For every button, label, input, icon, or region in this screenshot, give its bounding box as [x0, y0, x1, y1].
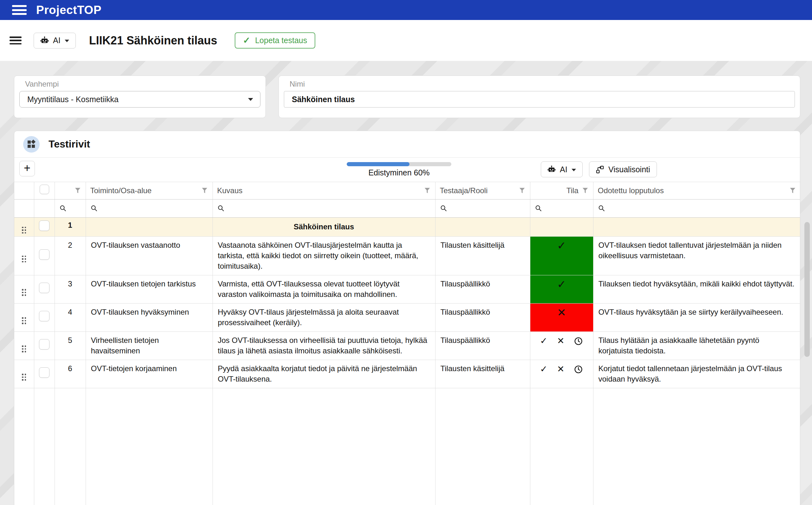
drag-handle-icon[interactable] — [22, 317, 26, 324]
toiminto-cell[interactable] — [85, 217, 212, 236]
column-header-toiminto: Toiminto/Osa-alue — [85, 182, 212, 199]
odotettu-cell[interactable]: Tilaus hylätään ja asiakkaalle lähetetää… — [593, 331, 800, 360]
filter-icon[interactable] — [582, 187, 589, 194]
content-area: Vanhempi Myyntitilaus - Kosmetiikka Nimi… — [0, 61, 812, 505]
visualize-button[interactable]: Visualisointi — [589, 161, 657, 177]
search-cell-odotettu[interactable] — [593, 199, 800, 217]
testaaja-cell[interactable]: Tilauspäällikkö — [435, 275, 530, 303]
page-title: LIIK21 Sähköinen tilaus — [89, 34, 217, 47]
table-row: 6OVT-tietojen korjaaminenPyydä asiakkaal… — [14, 360, 800, 388]
filter-icon[interactable] — [424, 187, 431, 194]
test-rows-table: Toiminto/Osa-alue Kuvaus — [14, 182, 800, 505]
search-cell-testaaja[interactable] — [435, 199, 530, 217]
toiminto-cell[interactable]: OVT-tietojen korjaaminen — [85, 360, 212, 388]
search-cell-number[interactable] — [54, 199, 85, 217]
drag-handle-icon[interactable] — [22, 374, 26, 381]
filter-icon[interactable] — [74, 187, 81, 194]
checkbox-cell — [34, 236, 54, 275]
testaaja-cell[interactable]: Tilausten käsittelijä — [435, 360, 530, 388]
app-menu-icon[interactable] — [12, 5, 27, 15]
odotettu-cell[interactable]: OVT-tilauksen tiedot tallentuvat järjest… — [593, 236, 800, 275]
odotettu-cell[interactable]: Korjatut tiedot tallennetaan järjestelmä… — [593, 360, 800, 388]
status-cell[interactable]: ✓ — [530, 236, 593, 275]
page-scrollbar[interactable] — [804, 222, 810, 357]
search-icon — [598, 205, 605, 212]
empty-cell — [54, 388, 85, 505]
toiminto-cell[interactable]: OVT-tilauksen vastaanotto — [85, 236, 212, 275]
testaaja-cell[interactable]: Tilauspäällikkö — [435, 303, 530, 331]
search-cell-tila[interactable] — [530, 199, 593, 217]
add-row-button[interactable]: + — [19, 161, 35, 176]
odotettu-cell[interactable]: OVT-tilaus hyväksytään ja se siirtyy ker… — [593, 303, 800, 331]
toiminto-cell[interactable]: OVT-tilauksen hyväksyminen — [85, 303, 212, 331]
number-column-header — [54, 182, 85, 199]
status-cell[interactable]: ✓✕ — [530, 360, 593, 388]
toolbar-menu-icon[interactable] — [9, 36, 22, 44]
empty-cell — [435, 388, 530, 505]
filter-icon[interactable] — [201, 187, 208, 194]
name-input-value: Sähköinen tilaus — [292, 95, 355, 104]
kuvaus-cell[interactable]: Pyydä asiakkaalta korjatut tiedot ja päi… — [212, 360, 435, 388]
testirivit-card: Testirivit + Edistyminen 60% — [14, 131, 800, 505]
section-title: Testirivit — [48, 138, 90, 150]
cross-icon[interactable]: ✕ — [557, 337, 564, 345]
stop-testing-button[interactable]: ✓ Lopeta testaus — [235, 32, 315, 48]
row-checkbox[interactable] — [39, 367, 49, 378]
toiminto-cell[interactable]: OVT-tilauksen tietojen tarkistus — [85, 275, 212, 303]
kuvaus-cell[interactable]: Varmista, että OVT-tilauksessa olevat tu… — [212, 275, 435, 303]
check-icon: ✓ — [530, 237, 593, 251]
name-input[interactable]: Sähköinen tilaus — [284, 91, 795, 108]
toiminto-cell[interactable]: Virheellisten tietojen havaitseminen — [85, 331, 212, 360]
row-checkbox[interactable] — [39, 339, 49, 350]
select-all-checkbox[interactable] — [40, 185, 49, 194]
row-number-cell: 3 — [54, 275, 85, 303]
drag-handle-icon[interactable] — [22, 256, 26, 263]
page: ProjectTOP AI LIIK21 Sähköinen tilaus ✓ … — [0, 0, 812, 505]
empty-cell — [530, 388, 593, 505]
status-cell[interactable]: ✕ — [530, 303, 593, 331]
empty-cell — [212, 388, 435, 505]
clock-icon[interactable] — [574, 337, 583, 346]
kuvaus-cell[interactable]: Jos OVT-tilauksessa on virheellisiä tai … — [212, 331, 435, 360]
row-checkbox[interactable] — [39, 311, 49, 321]
chevron-down-icon — [572, 169, 576, 171]
status-cell[interactable]: ✓ — [530, 275, 593, 303]
ai-dropdown-button[interactable]: AI — [34, 33, 76, 48]
odotettu-cell[interactable] — [593, 217, 800, 236]
status-actions: ✓✕ — [530, 360, 593, 374]
testaaja-cell[interactable]: Tilausten käsittelijä — [435, 236, 530, 275]
clock-icon[interactable] — [574, 365, 583, 374]
search-cell-toiminto[interactable] — [85, 199, 212, 217]
row-checkbox[interactable] — [39, 220, 49, 231]
row-checkbox[interactable] — [39, 249, 49, 260]
kuvaus-cell[interactable]: Sähköinen tilaus — [212, 217, 435, 236]
row-checkbox[interactable] — [39, 283, 49, 293]
parent-select[interactable]: Myyntitilaus - Kosmetiikka — [19, 91, 260, 108]
drag-cell — [14, 236, 34, 275]
drag-handle-icon[interactable] — [22, 227, 26, 234]
filter-icon[interactable] — [519, 187, 526, 194]
check-icon[interactable]: ✓ — [540, 337, 548, 345]
check-icon[interactable]: ✓ — [540, 365, 548, 374]
drag-handle-icon[interactable] — [22, 289, 26, 296]
chevron-down-icon — [248, 98, 253, 101]
column-header-tila: Tila — [530, 182, 593, 199]
testaaja-cell[interactable] — [435, 217, 530, 236]
search-cell-kuvaus[interactable] — [212, 199, 435, 217]
app-header: ProjectTOP — [0, 0, 812, 20]
status-cell[interactable] — [530, 217, 593, 236]
testaaja-cell[interactable]: Tilauspäällikkö — [435, 331, 530, 360]
table-row: 1Sähköinen tilaus — [14, 217, 800, 236]
empty-cell — [593, 388, 800, 505]
kuvaus-cell[interactable]: Hyväksy OVT-tilaus järjestelmässä ja alo… — [212, 303, 435, 331]
odotettu-cell[interactable]: Tilauksen tiedot hyväksytään, mikäli kai… — [593, 275, 800, 303]
empty-cell — [85, 388, 212, 505]
cross-icon[interactable]: ✕ — [557, 365, 564, 374]
drag-handle-icon[interactable] — [22, 345, 26, 352]
table-ai-dropdown-button[interactable]: AI — [541, 161, 583, 177]
parent-field-card: Vanhempi Myyntitilaus - Kosmetiikka — [14, 75, 266, 118]
drag-cell — [14, 360, 34, 388]
kuvaus-cell[interactable]: Vastaanota sähköinen OVT-tilausjärjestel… — [212, 236, 435, 275]
status-cell[interactable]: ✓✕ — [530, 331, 593, 360]
filter-icon[interactable] — [789, 187, 796, 194]
